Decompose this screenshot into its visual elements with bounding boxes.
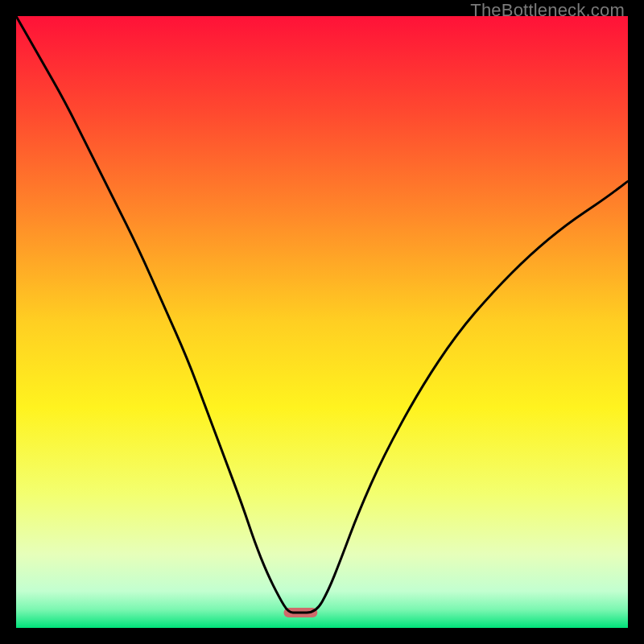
chart-frame <box>16 16 628 628</box>
watermark-text: TheBottleneck.com <box>470 0 625 21</box>
bottleneck-chart <box>16 16 628 628</box>
chart-background <box>16 16 628 628</box>
